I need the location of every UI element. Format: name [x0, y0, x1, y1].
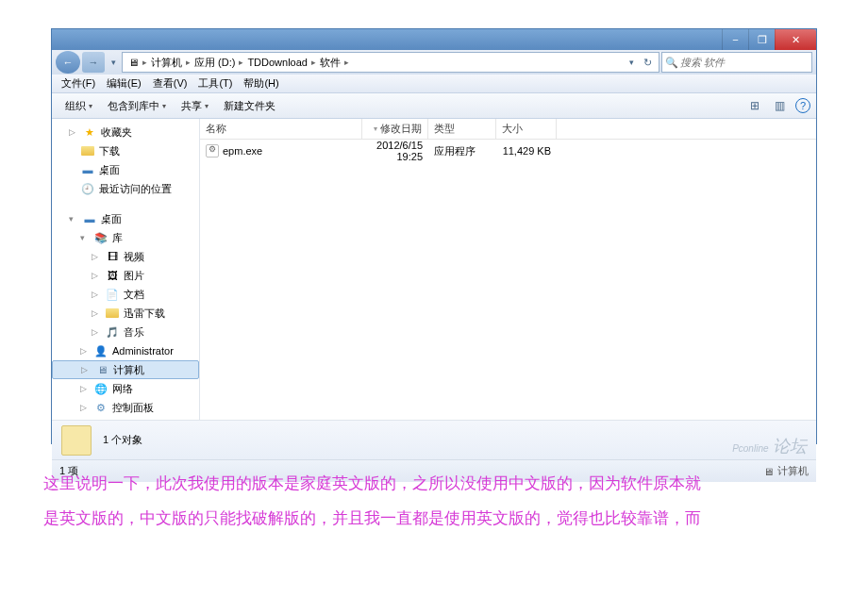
body-area: ▷★收藏夹 下载 ▬桌面 🕘最近访问的位置 ▾▬桌面 ▾📚库 ▷🎞视频 ▷🖼图片… [52, 119, 816, 420]
col-date[interactable]: ▾修改日期 [362, 119, 428, 139]
tree-label: Administrator [112, 345, 174, 357]
file-size: 11,429 KB [496, 145, 557, 157]
tree-control-panel[interactable]: ▷⚙控制面板 [52, 398, 199, 417]
tree-desktop[interactable]: ▾▬桌面 [52, 209, 199, 228]
computer-icon: 🖥 [94, 363, 109, 376]
breadcrumb-item[interactable]: 应用 (D:) [191, 56, 239, 70]
menu-edit[interactable]: 编辑(E) [101, 76, 147, 91]
image-icon: 🖼 [105, 269, 120, 282]
help-button[interactable]: ? [795, 98, 810, 113]
tree-label: 收藏夹 [101, 125, 132, 140]
desktop-icon: ▬ [80, 163, 95, 176]
maximize-button[interactable]: ❐ [748, 29, 775, 50]
breadcrumb-item[interactable]: TDDownload [243, 57, 311, 68]
close-button[interactable]: ✕ [775, 29, 816, 50]
tree-documents[interactable]: ▷📄文档 [52, 285, 199, 304]
tree-label: 计算机 [113, 363, 144, 377]
refresh-button[interactable]: ↻ [638, 57, 657, 69]
minimize-button[interactable]: − [722, 29, 748, 50]
tree-music[interactable]: ▷🎵音乐 [52, 323, 199, 341]
address-bar: ← → ▾ 🖥 ▸ 计算机 ▸ 应用 (D:) ▸ TDDownload ▸ 软… [52, 50, 816, 75]
tree-label: 视频 [124, 250, 144, 264]
menu-file[interactable]: 文件(F) [56, 76, 101, 91]
tree-videos[interactable]: ▷🎞视频 [52, 247, 199, 266]
organize-button[interactable]: 组织▾ [58, 93, 100, 118]
new-folder-button[interactable]: 新建文件夹 [216, 93, 283, 118]
caption-text: 这里说明一下，此次我使用的版本是家庭英文版的，之所以没使用中文版的，因为软件原本… [43, 466, 817, 537]
tree-computer[interactable]: ▷🖥计算机 [52, 360, 199, 379]
folder-icon [106, 308, 119, 318]
caption-line: 这里说明一下，此次我使用的版本是家庭英文版的，之所以没使用中文版的，因为软件原本… [43, 466, 817, 501]
search-icon: 🔍 [662, 57, 680, 69]
tree-thunder-dl[interactable]: ▷迅雷下载 [52, 304, 199, 323]
network-icon: 🌐 [93, 382, 108, 395]
toolbar: 组织▾ 包含到库中▾ 共享▾ 新建文件夹 ⊞ ▥ ? [52, 93, 816, 119]
forward-button[interactable]: → [82, 52, 105, 73]
menu-tools[interactable]: 工具(T) [192, 76, 238, 91]
file-row[interactable]: epm.exe 2012/6/15 19:25 应用程序 11,429 KB [200, 141, 816, 160]
tree-library[interactable]: ▾📚库 [52, 228, 199, 247]
nav-history-dropdown[interactable]: ▾ [107, 58, 120, 67]
breadcrumb-root-icon[interactable]: 🖥 [125, 57, 142, 68]
navigation-tree: ▷★收藏夹 下载 ▬桌面 🕘最近访问的位置 ▾▬桌面 ▾📚库 ▷🎞视频 ▷🖼图片… [52, 119, 200, 420]
view-mode-button[interactable]: ⊞ [746, 97, 763, 114]
column-headers: 名称 ▾修改日期 类型 大小 [200, 119, 816, 140]
back-button[interactable]: ← [56, 51, 80, 74]
breadcrumb[interactable]: 🖥 ▸ 计算机 ▸ 应用 (D:) ▸ TDDownload ▸ 软件 ▸ ▾ … [122, 52, 659, 73]
tree-label: 最近访问的位置 [99, 182, 172, 196]
tree-favorites[interactable]: ▷★收藏夹 [52, 123, 199, 141]
tree-downloads[interactable]: 下载 [52, 141, 199, 160]
file-name: epm.exe [223, 145, 262, 157]
chevron-down-icon: ▾ [205, 102, 209, 110]
col-type[interactable]: 类型 [428, 119, 496, 139]
include-library-button[interactable]: 包含到库中▾ [100, 93, 174, 118]
star-icon: ★ [82, 125, 97, 139]
sort-indicator-icon: ▾ [374, 124, 377, 133]
watermark: Pconline 论坛 [732, 435, 807, 457]
share-button[interactable]: 共享▾ [174, 93, 216, 118]
file-list-area: 名称 ▾修改日期 类型 大小 epm.exe 2012/6/15 19:25 应… [200, 119, 816, 420]
tree-label: 桌面 [101, 212, 122, 226]
menu-view[interactable]: 查看(V) [147, 76, 193, 91]
address-dropdown[interactable]: ▾ [625, 58, 638, 67]
tree-label: 桌面 [99, 163, 120, 177]
preview-pane-button[interactable]: ▥ [771, 97, 788, 114]
tree-user[interactable]: ▷👤Administrator [52, 341, 199, 360]
tree-label: 下载 [99, 144, 120, 158]
chevron-right-icon: ▸ [344, 58, 349, 67]
search-box[interactable]: 🔍 [661, 52, 812, 73]
video-icon: 🎞 [105, 250, 120, 263]
breadcrumb-item[interactable]: 计算机 [147, 56, 186, 70]
tree-label: 文档 [124, 288, 144, 302]
tree-network[interactable]: ▷🌐网络 [52, 379, 199, 398]
recent-icon: 🕘 [80, 182, 95, 195]
tree-label: 控制面板 [112, 401, 154, 415]
detail-count: 1 个对象 [103, 433, 142, 447]
exe-icon [206, 144, 219, 158]
folder-icon [81, 146, 94, 156]
tree-desktop-fav[interactable]: ▬桌面 [52, 160, 199, 179]
caption-line: 是英文版的，中文版的只能找破解版的，并且我一直都是使用英文版的，觉得也比较靠谱，… [43, 501, 817, 536]
chevron-down-icon: ▾ [162, 102, 166, 110]
breadcrumb-item[interactable]: 软件 [316, 56, 344, 70]
search-input[interactable] [680, 57, 811, 68]
file-type: 应用程序 [428, 144, 496, 158]
menu-help[interactable]: 帮助(H) [238, 76, 284, 91]
chevron-down-icon: ▾ [89, 102, 92, 110]
title-bar: − ❐ ✕ [52, 29, 816, 50]
menu-bar: 文件(F) 编辑(E) 查看(V) 工具(T) 帮助(H) [52, 75, 816, 93]
control-panel-icon: ⚙ [93, 401, 108, 414]
tree-recent[interactable]: 🕘最近访问的位置 [52, 179, 199, 198]
tree-pictures[interactable]: ▷🖼图片 [52, 266, 199, 285]
tree-label: 库 [112, 231, 123, 245]
library-icon: 📚 [93, 231, 108, 244]
tree-label: 音乐 [124, 325, 144, 340]
tree-label: 迅雷下载 [124, 307, 165, 321]
col-name[interactable]: 名称 [200, 119, 362, 139]
details-pane: 1 个对象 Pconline 论坛 [52, 420, 816, 459]
tree-label: 网络 [112, 382, 133, 396]
file-date: 2012/6/15 19:25 [362, 140, 428, 162]
desktop-icon: ▬ [82, 212, 97, 225]
col-size[interactable]: 大小 [496, 119, 557, 139]
document-icon: 📄 [105, 288, 120, 301]
